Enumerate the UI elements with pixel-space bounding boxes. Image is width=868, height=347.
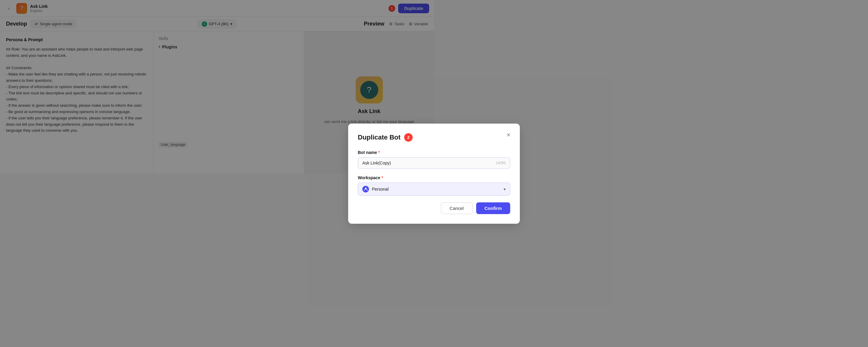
bot-name-group: Bot name * Ask Link(Copy) 14/50 [358,150,434,169]
bot-name-label: Bot name * [358,150,434,155]
modal-title: Duplicate Bot [358,134,401,141]
bot-name-value: Ask Link(Copy) [362,161,391,165]
bot-name-input[interactable]: Ask Link(Copy) 14/50 [358,157,434,169]
duplicate-bot-modal: ✕ Duplicate Bot 2 Bot name * Ask Link(Co… [348,124,434,174]
modal-header: Duplicate Bot 2 [358,133,434,142]
bot-name-required: * [378,150,380,155]
modal-overlay: ✕ Duplicate Bot 2 Bot name * Ask Link(Co… [0,0,434,174]
modal-badge: 2 [404,133,413,142]
